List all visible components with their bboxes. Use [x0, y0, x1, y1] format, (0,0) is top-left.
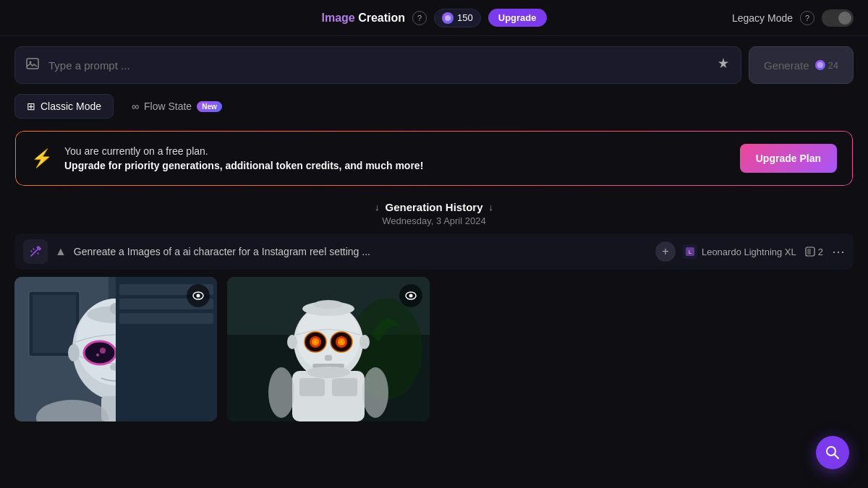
- tab-classic[interactable]: ⊞ Classic Mode: [14, 94, 114, 119]
- svg-point-52: [314, 341, 317, 343]
- prompt-bar: Generate 24: [14, 46, 854, 84]
- view-button-1[interactable]: [187, 284, 210, 307]
- svg-point-34: [197, 294, 200, 298]
- svg-point-56: [307, 367, 350, 378]
- banner-line1: You are currently on a free plan.: [64, 145, 728, 157]
- svg-point-57: [287, 335, 297, 349]
- svg-rect-40: [332, 378, 357, 396]
- gen-row-add-button[interactable]: +: [655, 241, 676, 262]
- app-title: Image Creation: [321, 12, 405, 25]
- legacy-toggle[interactable]: [822, 9, 854, 27]
- view-button-2[interactable]: [399, 284, 422, 307]
- cost-value: 24: [828, 60, 838, 71]
- bolt-icon: ⚡: [31, 148, 53, 168]
- header-right: Legacy Mode ?: [732, 9, 854, 27]
- legacy-help-icon[interactable]: ?: [800, 11, 814, 25]
- upgrade-banner: ⚡ You are currently on a free plan. Upgr…: [14, 130, 854, 187]
- svg-rect-32: [119, 313, 213, 324]
- header-center: Image Creation ? 150 Upgrade: [321, 9, 546, 27]
- svg-point-3: [817, 62, 823, 68]
- legacy-label: Legacy Mode: [732, 12, 793, 24]
- image-count-value: 2: [818, 247, 823, 257]
- banner-line2: Upgrade for priority generations, additi…: [64, 160, 728, 171]
- svg-rect-11: [33, 295, 76, 353]
- tabs-bar: ⊞ Classic Mode ∞ Flow State New: [14, 94, 854, 119]
- search-fab[interactable]: [816, 436, 849, 469]
- gen-row-expand-icon[interactable]: ▲: [55, 245, 67, 258]
- svg-point-53: [340, 341, 343, 343]
- generation-row: ▲ Genreate a Images of a ai character fo…: [14, 234, 854, 270]
- credits-icon: [442, 12, 454, 24]
- svg-point-61: [268, 367, 294, 418]
- title-image: Image: [321, 12, 354, 24]
- cost-icon: [815, 60, 825, 70]
- svg-point-62: [362, 367, 388, 418]
- upgrade-plan-button[interactable]: Upgrade Plan: [740, 144, 837, 173]
- gen-row-wand-icon[interactable]: [23, 239, 48, 264]
- generate-button[interactable]: Generate 24: [749, 46, 854, 84]
- model-name: Leonardo Lightning XL: [702, 247, 796, 257]
- image-icon: [25, 56, 40, 74]
- svg-rect-54: [325, 355, 332, 361]
- generate-cost: 24: [815, 60, 838, 71]
- credits-count: 150: [457, 12, 473, 23]
- credits-badge[interactable]: 150: [434, 9, 481, 27]
- sparkle-icon[interactable]: [716, 56, 731, 74]
- toggle-knob: [838, 12, 851, 25]
- tab-flowstate[interactable]: ∞ Flow State New: [119, 94, 234, 119]
- prompt-input[interactable]: [48, 59, 707, 72]
- flowstate-icon: ∞: [132, 100, 139, 112]
- svg-point-0: [445, 15, 451, 21]
- images-row: [14, 277, 854, 421]
- generation-history-header: ↓ Generation History ↓ Wednesday, 3 Apri…: [0, 201, 868, 226]
- header: Image Creation ? 150 Upgrade Legacy Mode…: [0, 0, 868, 36]
- svg-rect-39: [299, 378, 325, 396]
- model-icon: L: [683, 244, 697, 259]
- history-title-row: ↓ Generation History ↓: [0, 201, 868, 213]
- svg-point-17: [100, 348, 106, 354]
- svg-rect-1: [27, 59, 38, 69]
- image-thumb-2: [227, 277, 430, 421]
- classic-icon: ⊞: [27, 100, 35, 112]
- history-arrow-right: ↓: [489, 202, 494, 213]
- tab-flowstate-label: Flow State: [144, 100, 192, 112]
- history-arrow-left: ↓: [375, 202, 380, 213]
- model-badge: L Leonardo Lightning XL: [683, 244, 796, 259]
- svg-point-60: [314, 300, 343, 309]
- more-options-button[interactable]: ⋯: [832, 244, 845, 260]
- svg-point-14: [84, 341, 116, 364]
- history-date: Wednesday, 3 April 2024: [0, 215, 868, 226]
- gen-row-right: L Leonardo Lightning XL 2 ⋯: [683, 244, 845, 260]
- svg-point-22: [68, 344, 80, 361]
- svg-point-19: [96, 354, 99, 356]
- image-thumb-1: [14, 277, 217, 421]
- svg-point-64: [409, 294, 413, 298]
- new-badge: New: [197, 101, 222, 112]
- svg-rect-7: [807, 249, 811, 254]
- banner-text: You are currently on a free plan. Upgrad…: [64, 145, 728, 171]
- tab-classic-label: Classic Mode: [41, 100, 101, 112]
- generate-label: Generate: [764, 59, 809, 72]
- title-help-icon[interactable]: ?: [412, 11, 427, 25]
- history-title: Generation History: [385, 201, 482, 213]
- upgrade-header-button[interactable]: Upgrade: [488, 9, 547, 27]
- prompt-input-wrap: [14, 46, 741, 84]
- svg-text:L: L: [689, 249, 692, 254]
- svg-point-58: [359, 335, 370, 349]
- gen-row-prompt-text: Genreate a Images of a ai character for …: [74, 246, 648, 257]
- image-count: 2: [805, 247, 823, 257]
